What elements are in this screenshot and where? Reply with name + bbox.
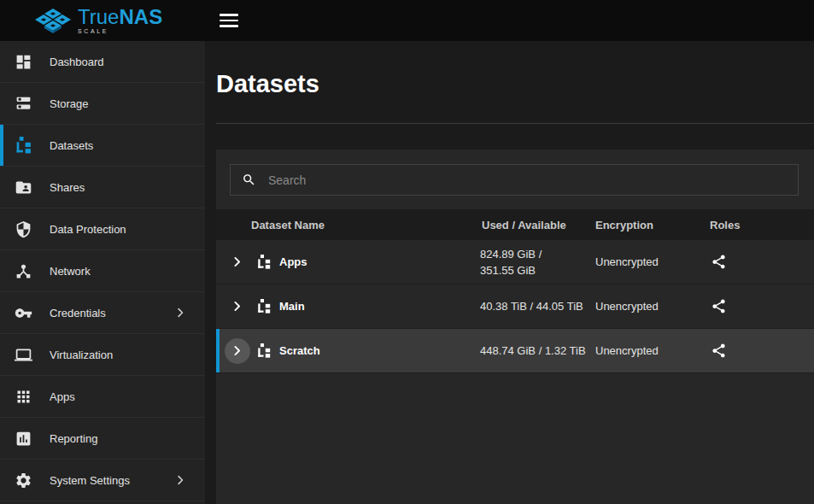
share-icon	[711, 343, 727, 359]
encryption-value: Unencrypted	[594, 255, 708, 268]
storage-icon	[14, 94, 32, 113]
page-title: Datasets	[216, 69, 814, 98]
column-header-encryption: Encryption	[594, 219, 708, 231]
virtualization-icon	[14, 345, 32, 364]
truenas-logo[interactable]: True NAS SCALE	[0, 0, 205, 41]
share-icon	[711, 254, 727, 270]
sidebar-item-label: Apps	[50, 390, 75, 403]
roles-cell	[708, 298, 814, 314]
roles-cell	[708, 254, 814, 270]
sidebar-item-label: Storage	[50, 97, 89, 110]
used-available-value: 824.89 GiB / 351.55 GiB	[480, 246, 594, 278]
dataset-name: Apps	[279, 255, 307, 268]
search-icon	[242, 173, 256, 187]
dashboard-icon	[14, 52, 32, 71]
title-divider	[216, 123, 814, 124]
sidebar-item-label: Datasets	[50, 139, 93, 152]
column-header-used-available: Used / Available	[480, 219, 594, 231]
sidebar-item-dashboard[interactable]: Dashboard	[0, 41, 205, 83]
sidebar-item-virtualization[interactable]: Virtualization	[0, 334, 205, 376]
table-row-apps[interactable]: Apps 824.89 GiB / 351.55 GiB Unencrypted	[216, 240, 814, 284]
sidebar-item-label: Dashboard	[50, 56, 104, 68]
brand-nas: NAS	[119, 7, 162, 27]
dataset-icon	[256, 255, 272, 270]
expand-row-button[interactable]	[225, 294, 250, 319]
share-icon	[711, 298, 727, 314]
shares-icon	[14, 178, 32, 196]
brand-scale: SCALE	[78, 28, 162, 34]
datasets-icon	[14, 136, 32, 155]
sidebar: Dashboard Storage Datasets Shares Data P…	[0, 41, 205, 504]
sidebar-item-reporting[interactable]: Reporting	[0, 418, 205, 460]
credentials-icon	[14, 303, 32, 322]
sidebar-item-credentials[interactable]: Credentials	[0, 292, 205, 334]
dataset-name: Scratch	[279, 344, 320, 357]
sidebar-item-label: Network	[50, 265, 91, 278]
sidebar-item-label: Data Protection	[50, 223, 126, 236]
sidebar-item-shares[interactable]: Shares	[0, 167, 205, 208]
encryption-value: Unencrypted	[594, 300, 708, 313]
sidebar-item-datasets[interactable]: Datasets	[0, 125, 205, 167]
dataset-icon	[256, 343, 272, 359]
chevron-right-icon	[174, 473, 188, 487]
main-content: Datasets Dataset Name Used / Available E…	[205, 41, 814, 504]
chevron-right-icon	[174, 306, 188, 319]
sidebar-item-label: Credentials	[50, 307, 106, 319]
sidebar-item-network[interactable]: Network	[0, 250, 205, 292]
search-input[interactable]	[230, 164, 799, 196]
sidebar-item-label: Virtualization	[50, 349, 113, 361]
dataset-icon	[256, 299, 272, 314]
table-row-main[interactable]: Main 40.38 TiB / 44.05 TiB Unencrypted	[216, 284, 814, 329]
sidebar-item-system-settings[interactable]: System Settings	[0, 460, 205, 501]
sidebar-item-data-protection[interactable]: Data Protection	[0, 208, 205, 250]
data-protection-icon	[14, 220, 32, 238]
system-settings-icon	[14, 471, 32, 489]
table-header: Dataset Name Used / Available Encryption…	[216, 209, 814, 240]
expand-row-button[interactable]	[225, 338, 250, 364]
network-icon	[14, 261, 32, 280]
truenas-logo-icon	[34, 7, 72, 34]
sidebar-item-label: Shares	[50, 181, 85, 194]
column-header-dataset-name: Dataset Name	[216, 219, 480, 231]
sidebar-item-label: System Settings	[50, 474, 130, 487]
table-row-scratch[interactable]: Scratch 448.74 GiB / 1.32 TiB Unencrypte…	[216, 329, 814, 373]
dataset-name: Main	[279, 300, 305, 313]
hamburger-icon[interactable]	[220, 14, 238, 27]
top-bar: True NAS SCALE	[0, 0, 814, 41]
search-bar	[216, 149, 814, 209]
reporting-icon	[14, 429, 32, 448]
sidebar-item-storage[interactable]: Storage	[0, 83, 205, 125]
roles-cell	[708, 343, 814, 359]
sidebar-item-label: Reporting	[50, 432, 97, 445]
used-available-value: 448.74 GiB / 1.32 TiB	[480, 343, 594, 359]
apps-icon	[14, 387, 32, 406]
column-header-roles: Roles	[708, 219, 814, 231]
datasets-card: Dataset Name Used / Available Encryption…	[216, 149, 814, 504]
sidebar-item-apps[interactable]: Apps	[0, 376, 205, 418]
brand-true: True	[78, 7, 119, 27]
used-available-value: 40.38 TiB / 44.05 TiB	[480, 298, 594, 314]
encryption-value: Unencrypted	[594, 344, 708, 357]
expand-row-button[interactable]	[225, 249, 250, 275]
